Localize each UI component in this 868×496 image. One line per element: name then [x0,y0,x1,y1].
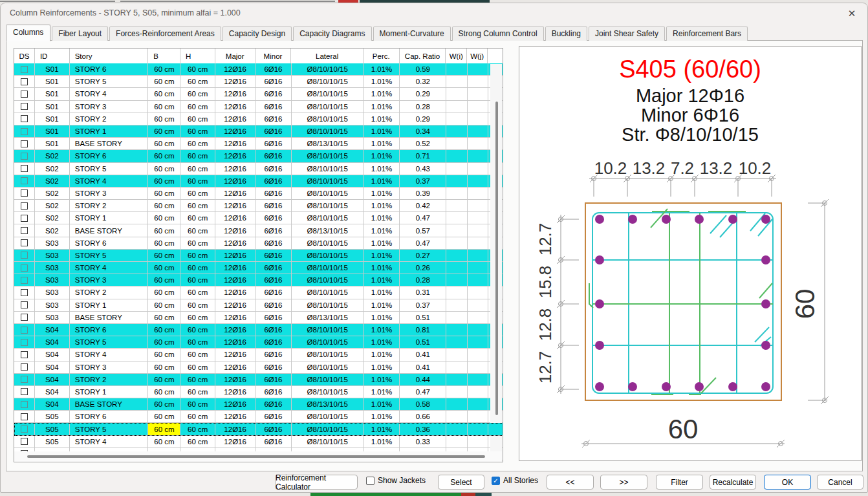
cell-wj[interactable] [468,336,488,348]
cell-id[interactable]: S01 [35,125,70,137]
previous-button[interactable]: << [547,475,594,490]
cell-h[interactable]: 60 cm [180,212,215,224]
cell-minor[interactable]: 6Ø16 [255,312,292,323]
cell-lateral[interactable]: Ø8/10/10/15 [292,88,364,100]
row-checkbox[interactable] [21,66,28,73]
cell-major[interactable]: 12Ø16 [215,411,255,422]
cell-wj[interactable] [468,224,488,236]
column-header[interactable]: ID [35,49,70,63]
cell-perc[interactable]: 1.01% [364,423,400,435]
cell-minor[interactable]: 6Ø16 [255,150,292,162]
table-row[interactable]: S03STORY 660 cm60 cm12Ø166Ø16Ø8/10/10/15… [14,237,503,250]
table-row[interactable]: S04STORY 460 cm60 cm12Ø166Ø16Ø8/10/10/15… [14,349,503,361]
cell-lateral[interactable]: Ø8/10/10/15 [292,299,364,311]
cell-b[interactable]: 60 cm [148,237,180,249]
cell-perc[interactable]: 1.01% [364,436,400,447]
cell-ratio[interactable]: 0.51 [400,312,446,323]
cell-wj[interactable] [468,76,488,87]
table-row[interactable]: S03STORY 460 cm60 cm12Ø166Ø16Ø8/10/10/15… [14,262,503,274]
cell-wi[interactable] [446,423,468,435]
cell-id[interactable]: S03 [35,274,70,286]
cell-major[interactable]: 12Ø16 [215,125,255,137]
row-checkbox[interactable] [21,327,28,334]
cell-wj[interactable] [468,138,488,149]
cell-ratio[interactable]: 0.81 [400,324,446,336]
cell-h[interactable]: 60 cm [180,163,215,175]
cell-lateral[interactable]: Ø8/10/10/15 [292,200,364,211]
cell-story[interactable]: STORY 4 [70,175,149,187]
cell-ratio[interactable]: 0.47 [400,386,446,398]
cell-h[interactable]: 60 cm [180,286,215,298]
cell-lateral[interactable]: Ø8/10/10/15 [292,436,364,447]
cell-lateral[interactable]: Ø8/13/10/15 [292,224,364,236]
cell-h[interactable]: 60 cm [180,150,215,162]
cell-wj[interactable] [468,274,488,286]
cell-b[interactable]: 60 cm [148,163,180,175]
table-row[interactable]: S02STORY 160 cm60 cm12Ø166Ø16Ø8/10/10/15… [14,212,503,224]
table-row[interactable]: S04STORY 560 cm60 cm12Ø166Ø16Ø8/10/10/15… [14,336,503,349]
cell-h[interactable]: 60 cm [180,336,215,348]
cell-perc[interactable]: 1.01% [364,312,400,323]
cell-wj[interactable] [468,150,488,162]
cell-major[interactable]: 12Ø16 [215,274,255,286]
cell-b[interactable]: 60 cm [148,262,180,274]
cell-id[interactable]: S02 [35,212,70,224]
recalculate-button[interactable]: Recalculate [710,475,756,490]
cell-id[interactable]: S03 [35,262,70,274]
cell-b[interactable]: 60 cm [148,274,180,286]
cell-wi[interactable] [446,150,468,162]
cell-perc[interactable]: 1.01% [364,250,400,261]
cell-wj[interactable] [468,200,488,211]
cell-lateral[interactable]: Ø8/10/10/15 [292,324,364,336]
column-header[interactable]: W(i) [446,49,467,63]
table-row[interactable]: S01STORY 460 cm60 cm12Ø166Ø16Ø8/10/10/15… [14,88,503,100]
cell-h[interactable]: 60 cm [180,76,215,87]
cell-wi[interactable] [446,250,468,261]
cell-b[interactable]: 60 cm [148,349,180,360]
table-row[interactable]: S03BASE STORY60 cm60 cm12Ø166Ø16Ø8/13/10… [14,312,503,324]
cell-wi[interactable] [446,63,468,75]
table-row[interactable]: S01STORY 360 cm60 cm12Ø166Ø16Ø8/10/10/15… [14,101,503,113]
cell-wj[interactable] [468,312,488,323]
table-row[interactable]: S04STORY 260 cm60 cm12Ø166Ø16Ø8/10/10/15… [14,374,503,386]
cell-wi[interactable] [446,76,468,87]
cell-ratio[interactable]: 0.33 [400,436,446,447]
cell-story[interactable]: BASE STORY [70,138,149,149]
table-row[interactable]: S05STORY 560 cm60 cm12Ø166Ø16Ø8/10/10/15… [14,423,503,435]
cell-wi[interactable] [446,349,468,360]
all-stories-checkbox[interactable]: ✓ All Stories [492,476,538,485]
cell-lateral[interactable]: Ø8/10/10/15 [292,374,364,385]
cell-ratio[interactable]: 0.41 [400,349,446,360]
close-button[interactable]: ✕ [845,7,858,20]
table-row[interactable]: S01STORY 560 cm60 cm12Ø166Ø16Ø8/10/10/15… [14,76,503,88]
cell-story[interactable]: STORY 4 [70,88,149,100]
cell-lateral[interactable]: Ø8/10/10/15 [292,349,364,360]
cell-id[interactable]: S02 [35,150,70,162]
cell-ratio[interactable]: 0.29 [400,113,446,125]
cell-minor[interactable]: 6Ø16 [255,224,292,236]
cell-wj[interactable] [468,250,488,261]
vertical-scrollbar[interactable] [490,64,502,460]
cell-ratio[interactable]: 0.28 [400,274,446,286]
table-row[interactable]: S02STORY 260 cm60 cm12Ø166Ø16Ø8/10/10/15… [14,200,503,212]
cell-perc[interactable]: 1.01% [364,299,400,311]
cell-wi[interactable] [446,88,468,100]
row-checkbox[interactable] [21,165,28,172]
cell-b[interactable]: 60 cm [148,212,180,224]
row-checkbox[interactable] [21,239,28,246]
cell-id[interactable]: S04 [35,386,70,398]
cell-minor[interactable]: 6Ø16 [255,76,292,87]
column-header[interactable]: Lateral [291,49,363,63]
tab-capacity-design[interactable]: Capacity Design [222,27,292,41]
cell-wi[interactable] [446,374,468,385]
cell-story[interactable]: STORY 2 [70,113,149,125]
cell-wi[interactable] [446,212,468,224]
row-checkbox[interactable] [21,339,28,346]
cell-minor[interactable]: 6Ø16 [255,101,292,113]
cell-b[interactable]: 60 cm [148,286,180,298]
cell-story[interactable]: STORY 6 [70,324,149,336]
cell-ratio[interactable]: 0.47 [400,212,446,224]
cell-wj[interactable] [468,163,488,175]
tab-strong-column-control[interactable]: Strong Column Control [452,27,544,41]
cell-wi[interactable] [446,262,468,274]
